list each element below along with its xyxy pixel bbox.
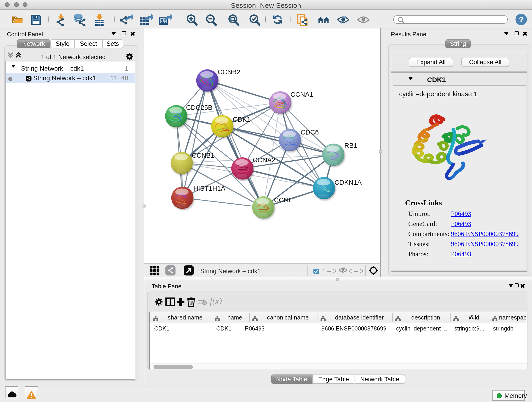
svg-text:?: ?	[519, 15, 524, 24]
svg-text:CDC6: CDC6	[301, 128, 319, 136]
svg-text:CCNA1: CCNA1	[291, 91, 313, 98]
svg-text:CCNA2: CCNA2	[253, 156, 275, 164]
svg-text:CCNB2: CCNB2	[218, 68, 240, 76]
svg-text:CDKN1A: CDKN1A	[335, 179, 362, 186]
svg-text:CDK1: CDK1	[233, 116, 251, 123]
svg-text:HIST1H1A: HIST1H1A	[193, 185, 225, 192]
svg-text:CDC25B: CDC25B	[186, 104, 212, 111]
svg-text:CCNE1: CCNE1	[274, 196, 297, 204]
svg-text:RB1: RB1	[344, 142, 357, 149]
svg-text:CCNB1: CCNB1	[192, 152, 215, 159]
